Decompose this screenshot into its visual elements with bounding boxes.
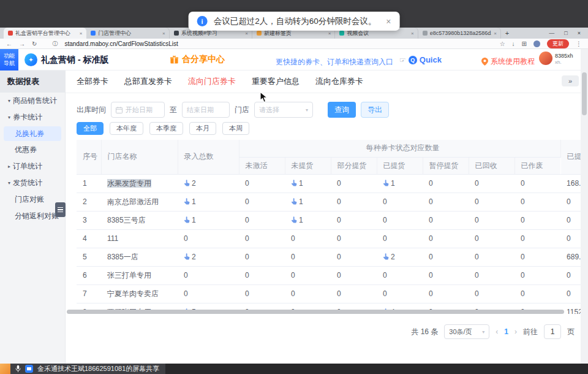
status-count-cell: 0	[285, 266, 331, 284]
tab-close-icon[interactable]: ×	[80, 31, 83, 36]
column-header: 已回收	[469, 157, 514, 174]
update-button[interactable]: 更新	[547, 39, 569, 48]
meeting-app-avatar[interactable]	[0, 364, 10, 374]
total-count-cell[interactable]: 2	[178, 174, 239, 193]
cell-value: 0	[337, 216, 341, 224]
next-page-button[interactable]: ›	[514, 327, 517, 336]
amount-cell: 0	[560, 229, 581, 248]
close-icon[interactable]: ×	[386, 17, 391, 26]
search-button[interactable]: 查询	[328, 102, 356, 118]
apps-icon[interactable]: ⊞	[522, 40, 527, 47]
status-count-cell[interactable]: 2	[377, 248, 423, 266]
pointer-hand-icon	[184, 180, 190, 188]
quick-q-icon: Q	[409, 56, 417, 64]
browser-tab[interactable]: 门店管理中心×	[86, 28, 169, 39]
total-count-cell[interactable]: 2	[178, 248, 239, 266]
content-tab[interactable]: 流向门店券卡	[188, 76, 236, 87]
sidebar-item[interactable]: ▾券卡统计	[0, 109, 65, 126]
sidebar-collapse-handle[interactable]	[55, 202, 66, 217]
column-header: 未提货	[285, 157, 331, 174]
download-icon[interactable]: ↓	[512, 40, 515, 47]
browser-tab[interactable]: 礼盒营销平台管理中心×	[4, 28, 86, 39]
sidebar-item[interactable]: ▾发货统计	[0, 175, 65, 191]
forward-button[interactable]: →	[19, 40, 25, 47]
panel-collapse-button[interactable]: »	[562, 75, 579, 86]
sidebar-item[interactable]: ▾商品销售统计	[0, 93, 65, 109]
range-chip[interactable]: 本周	[222, 122, 249, 135]
address-bar[interactable]: standard.maboy.cn/CardFlowStatisticsList	[64, 40, 492, 47]
cell-value: 0	[291, 253, 295, 261]
range-chip[interactable]: 本年度	[110, 122, 143, 135]
quick-search-link[interactable]: ☞ Q Quick	[399, 55, 442, 64]
browser-tab[interactable]: e8c573980b1328a2586d2e6l×	[418, 28, 501, 39]
column-header: 录入总数	[178, 140, 239, 174]
status-count-cell: 0	[377, 229, 423, 248]
tab-close-icon[interactable]: ×	[411, 31, 414, 36]
vertical-scrollbar-thumb[interactable]	[582, 72, 587, 115]
new-tab-button[interactable]: +	[501, 28, 513, 39]
status-count-cell[interactable]: 1	[285, 174, 331, 193]
content-tab[interactable]: 总部直发券卡	[124, 76, 172, 87]
browser-menu-icon[interactable]: ⋮	[576, 40, 582, 47]
status-count-cell: 0	[331, 248, 377, 266]
tab-close-icon[interactable]: ×	[245, 31, 248, 36]
total-count-cell[interactable]: 1	[178, 211, 239, 229]
cell-value: 0	[383, 234, 387, 243]
sidebar-item[interactable]: 优惠券	[0, 142, 65, 158]
range-chip[interactable]: 本月	[189, 122, 216, 135]
window-minimize-button[interactable]: —	[549, 30, 554, 36]
tab-close-icon[interactable]: ×	[328, 31, 331, 36]
export-button[interactable]: 导出	[361, 102, 389, 118]
horizontal-scrollbar[interactable]	[67, 310, 564, 314]
page-number-current[interactable]: 1	[504, 327, 508, 336]
sidebar-item[interactable]: ▸订单统计	[0, 158, 65, 175]
chevron-down-icon: ▾	[306, 107, 308, 113]
status-count-cell[interactable]: 1	[285, 193, 331, 211]
chevron-down-icon: ▾	[482, 329, 484, 335]
site-info-icon[interactable]: ⓘ	[52, 40, 58, 48]
share-center-link[interactable]: 合分享中心	[170, 54, 225, 65]
sidebar-item[interactable]: 兑换礼券	[4, 126, 61, 141]
start-date-input[interactable]: 开始日期	[111, 102, 165, 118]
tab-close-icon[interactable]: ×	[494, 31, 497, 36]
cell-value: 0	[429, 289, 433, 298]
content-tab[interactable]: 重要客户信息	[252, 76, 300, 87]
page-size-select[interactable]: 30条/页 ▾	[444, 324, 489, 339]
range-chip[interactable]: 全部	[77, 122, 104, 135]
content-tab[interactable]: 流向仓库券卡	[315, 76, 363, 87]
cell-value: 0	[291, 234, 295, 243]
browser-toolbar: ← → ↻ ⓘ standard.maboy.cn/CardFlowStatis…	[0, 39, 588, 49]
prev-page-button[interactable]: ‹	[496, 327, 498, 336]
chevron-down-icon: ▾	[8, 115, 10, 120]
cell-value: 0	[245, 216, 249, 224]
cell-value: 1	[299, 197, 303, 206]
profile-avatar[interactable]	[533, 40, 540, 47]
function-nav-line2: 导航	[4, 60, 15, 67]
tab-close-icon[interactable]: ×	[162, 31, 165, 36]
content-tab[interactable]: 全部券卡	[77, 76, 108, 87]
status-count-cell: 0	[469, 211, 514, 229]
cell-value: 0	[337, 179, 341, 188]
store-name-text: 8385一店	[107, 253, 138, 261]
function-nav-toggle[interactable]: 功能 导航	[0, 49, 18, 71]
pointer-hand-icon	[184, 216, 190, 225]
status-count-cell[interactable]: 1	[377, 174, 423, 193]
total-count-cell[interactable]: 1	[178, 193, 239, 211]
store-name-text: 8385三号店	[107, 216, 146, 224]
sidebar-item-label: 兑换礼券	[15, 129, 44, 139]
window-close-button[interactable]: ×	[578, 30, 581, 36]
bookmark-star-icon[interactable]: ☆	[500, 40, 505, 47]
status-count-cell[interactable]: 1	[285, 211, 331, 229]
function-nav-line1: 功能	[4, 53, 15, 60]
user-avatar[interactable]	[539, 52, 552, 65]
goto-page-input[interactable]	[544, 324, 561, 339]
tutorial-link[interactable]: 系统使用教程	[481, 56, 535, 67]
back-button[interactable]: ←	[6, 40, 12, 47]
table-wrapper: 序号门店名称录入总数每种券卡状态对应数量已提货未激活未提货部分提货已提货暂停提货…	[77, 140, 581, 314]
end-date-input[interactable]: 结束日期	[182, 102, 230, 118]
range-chip[interactable]: 本季度	[149, 122, 183, 135]
reload-button[interactable]: ↻	[32, 40, 37, 47]
cell-value: 0	[475, 216, 479, 224]
window-maximize-button[interactable]: □	[564, 30, 567, 36]
status-count-cell: 0	[377, 284, 423, 303]
